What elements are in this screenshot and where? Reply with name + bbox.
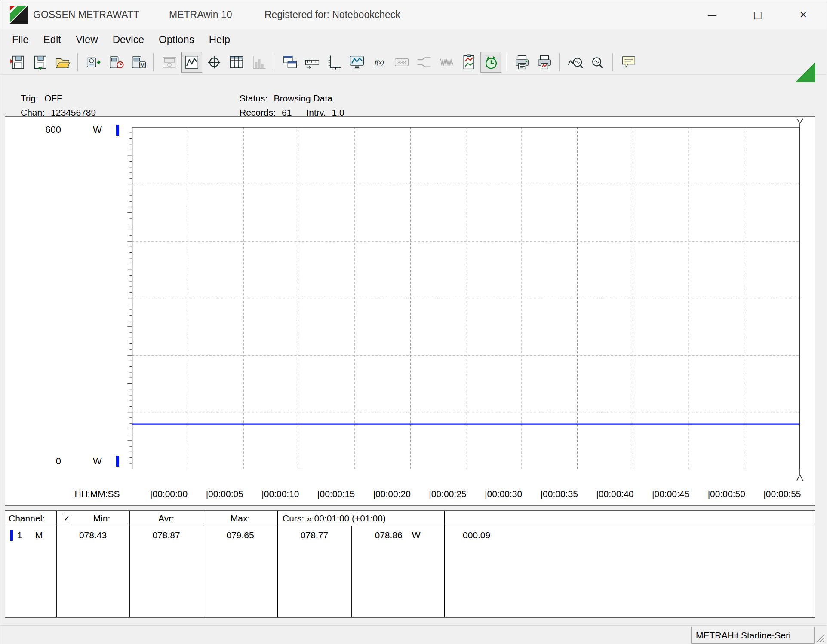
col-min-header: Min: <box>74 511 129 526</box>
monitor-icon <box>349 54 365 71</box>
channel-color-marker <box>116 125 119 136</box>
alarm-clock-button[interactable] <box>480 52 501 73</box>
screen-display-button[interactable] <box>346 52 367 73</box>
cursor-b-cell: 078.86 W <box>351 528 444 543</box>
table-divider-thick <box>277 511 278 617</box>
crosshair-icon <box>206 54 222 71</box>
channel-mode: M <box>35 528 43 543</box>
menu-file[interactable]: File <box>5 29 36 50</box>
printer-icon <box>514 54 530 71</box>
maximize-button[interactable]: □ <box>744 0 772 29</box>
menu-view[interactable]: View <box>68 29 105 50</box>
table-row: 1 M 078.43 078.87 079.65 078.77 078.86 W… <box>5 528 815 543</box>
col-avr-header: Avr: <box>129 511 203 526</box>
min-value: 078.43 <box>56 528 129 543</box>
toolbar-separator <box>274 53 274 71</box>
x-tick-00:00:15: |00:00:15 <box>317 488 355 500</box>
table-grid-icon <box>228 54 245 71</box>
cursor-a-value: 078.77 <box>277 528 351 543</box>
cursor-handle <box>797 469 803 481</box>
view-curve-button[interactable] <box>181 52 202 73</box>
arrange-windows-button[interactable] <box>279 52 300 73</box>
delta-value: 000.09 <box>463 528 490 543</box>
chart-plot-area[interactable] <box>5 117 815 505</box>
print-button[interactable] <box>511 52 532 73</box>
device-settings-button[interactable] <box>105 52 126 73</box>
copy-graph-icon <box>461 54 477 71</box>
toolbar-separator <box>612 53 613 71</box>
cursor-b-unit: W <box>412 528 421 543</box>
time-axis-settings-button[interactable] <box>301 52 323 73</box>
cursor-b-value: 078.86 <box>375 528 402 543</box>
toolbar: M f(x) 888 <box>0 50 827 75</box>
titlebar-app-name: GOSSEN METRAWATT <box>33 0 139 29</box>
toolbar-separator <box>559 53 560 71</box>
zoom-out-button[interactable] <box>587 52 608 73</box>
close-button[interactable]: ✕ <box>789 0 818 29</box>
x-tick-00:00:35: |00:00:35 <box>541 488 578 500</box>
device-status-box: METRAHit Starline-Seri <box>691 627 815 644</box>
menu-edit[interactable]: Edit <box>36 29 68 50</box>
chart-panel: 600 W 0 W HH:MM:SS |00:00:00|00:00:05|00… <box>5 116 815 506</box>
save-data-button[interactable] <box>30 52 51 73</box>
scale-settings-button[interactable] <box>324 52 345 73</box>
titlebar[interactable]: GOSSEN METRAWATT METRAwin 10 Registered … <box>0 0 827 29</box>
print-report-button[interactable] <box>534 52 555 73</box>
toolbar-separator <box>153 53 154 71</box>
zoom-in-button[interactable] <box>565 52 586 73</box>
col-channel-header: Channel: <box>9 511 45 526</box>
formula-button[interactable]: f(x) <box>369 52 390 73</box>
channel-visible-checkbox[interactable]: ✓ <box>62 514 71 523</box>
read-device-button[interactable] <box>83 52 104 73</box>
print-report-icon <box>536 54 553 71</box>
formula-icon: f(x) <box>371 54 387 71</box>
svg-text:f(x): f(x) <box>375 58 384 66</box>
menu-device[interactable]: Device <box>105 29 151 50</box>
save-button[interactable] <box>7 52 28 73</box>
view-xy-button[interactable] <box>203 52 224 73</box>
open-folder-icon <box>55 54 71 71</box>
minimize-button[interactable]: — <box>698 0 726 29</box>
measurement-table: Channel: ✓ Min: Avr: Max: Curs: » 00:01:… <box>5 510 815 618</box>
table-divider <box>203 511 203 617</box>
x-tick-00:00:55: |00:00:55 <box>763 488 801 500</box>
copy-graph-button[interactable] <box>458 52 479 73</box>
svg-text:888: 888 <box>397 59 406 65</box>
app-window: GOSSEN METRAWATT METRAwin 10 Registered … <box>0 0 827 644</box>
cascade-windows-icon <box>282 54 298 71</box>
titlebar-product-name: METRAwin 10 <box>169 0 232 29</box>
numeric-display-button: 888 <box>391 52 412 73</box>
view-table-button[interactable] <box>226 52 247 73</box>
device-memory-button[interactable]: M <box>128 52 149 73</box>
menubar: FileEditViewDeviceOptionsHelp <box>0 29 827 50</box>
envelope-wave-icon <box>438 54 455 71</box>
cursor-handle <box>797 119 803 127</box>
table-divider <box>129 511 130 617</box>
x-tick-00:00:40: |00:00:40 <box>596 488 633 500</box>
menu-help[interactable]: Help <box>202 29 237 50</box>
multimeter-display-button <box>159 52 180 73</box>
device-memory-icon: M <box>130 54 147 71</box>
comment-button[interactable] <box>618 52 639 73</box>
max-value: 079.65 <box>203 528 277 543</box>
statusbar: METRAHit Starline-Seri <box>0 625 827 644</box>
avr-value: 078.87 <box>129 528 203 543</box>
x-tick-00:00:30: |00:00:30 <box>485 488 522 500</box>
ruler-icon <box>304 54 320 71</box>
channel-color-marker <box>10 530 13 541</box>
resize-grip[interactable] <box>814 632 825 643</box>
table-header: Channel: ✓ Min: Avr: Max: Curs: » 00:01:… <box>5 511 815 526</box>
channel-color-marker <box>116 456 119 467</box>
device-settings-icon <box>108 54 124 71</box>
x-tick-00:00:25: |00:00:25 <box>429 488 466 500</box>
x-tick-00:00:45: |00:00:45 <box>652 488 689 500</box>
open-button[interactable] <box>52 52 73 73</box>
separate-curves-icon <box>416 54 432 71</box>
speech-bubble-icon <box>621 54 637 71</box>
x-tick-00:00:05: |00:00:05 <box>206 488 243 500</box>
menu-options[interactable]: Options <box>151 29 202 50</box>
y-axis-min-unit: W <box>93 456 102 467</box>
save-icon <box>10 54 26 71</box>
y-axis-max-label: 600 <box>22 124 61 135</box>
zoom-in-wave-icon <box>567 54 584 71</box>
